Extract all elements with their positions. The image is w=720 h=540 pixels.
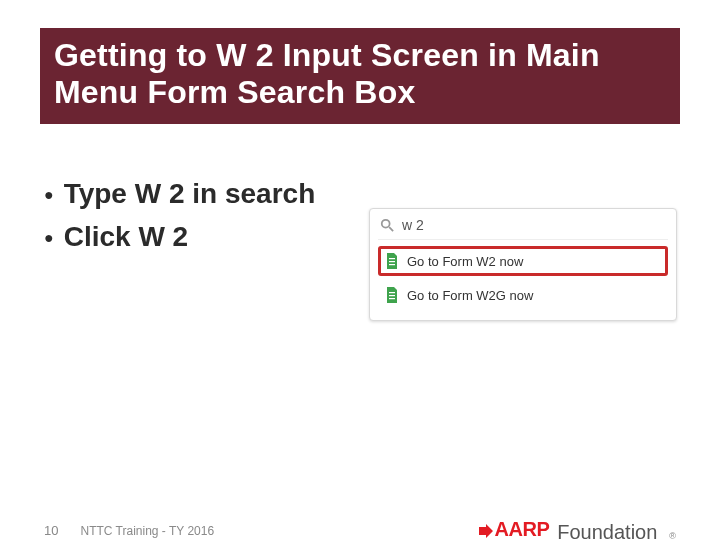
slide-footer: 10 NTTC Training - TY 2016 AARP Foundati…	[0, 518, 720, 541]
title-bar: Getting to W 2 Input Screen in Main Menu…	[40, 28, 680, 124]
aarp-logo: AARP	[478, 518, 550, 541]
search-dropdown: Go to Form W2 now Go to Form W2G now	[378, 246, 668, 310]
page-number: 10	[44, 523, 58, 538]
svg-rect-4	[389, 264, 395, 265]
search-dropdown-widget: w 2 Go to Form W2 now	[369, 208, 677, 321]
arrow-icon	[478, 521, 494, 537]
svg-rect-5	[389, 292, 395, 293]
slide: Getting to W 2 Input Screen in Main Menu…	[0, 28, 720, 540]
svg-rect-3	[389, 261, 395, 262]
aarp-foundation-logo: AARP Foundation ®	[478, 518, 676, 541]
svg-point-0	[382, 220, 390, 228]
search-input-row[interactable]: w 2	[378, 217, 668, 240]
aarp-text: AARP	[495, 518, 550, 541]
dropdown-item-label: Go to Form W2 now	[407, 254, 523, 269]
search-icon	[380, 218, 394, 232]
svg-rect-7	[389, 298, 395, 299]
svg-rect-6	[389, 295, 395, 296]
registered-mark: ®	[669, 531, 676, 540]
footer-text: NTTC Training - TY 2016	[80, 524, 214, 538]
slide-title: Getting to W 2 Input Screen in Main Menu…	[54, 37, 666, 111]
svg-rect-2	[389, 258, 395, 259]
slide-body: Type W 2 in search Click W 2 w 2	[44, 172, 676, 259]
svg-line-1	[389, 227, 393, 231]
search-input-value: w 2	[402, 217, 424, 233]
dropdown-item-w2g[interactable]: Go to Form W2G now	[378, 280, 668, 310]
dropdown-item-w2[interactable]: Go to Form W2 now	[378, 246, 668, 276]
form-icon	[385, 253, 399, 269]
form-icon	[385, 287, 399, 303]
footer-left: 10 NTTC Training - TY 2016	[44, 523, 214, 538]
dropdown-item-label: Go to Form W2G now	[407, 288, 533, 303]
foundation-text: Foundation	[557, 521, 657, 540]
